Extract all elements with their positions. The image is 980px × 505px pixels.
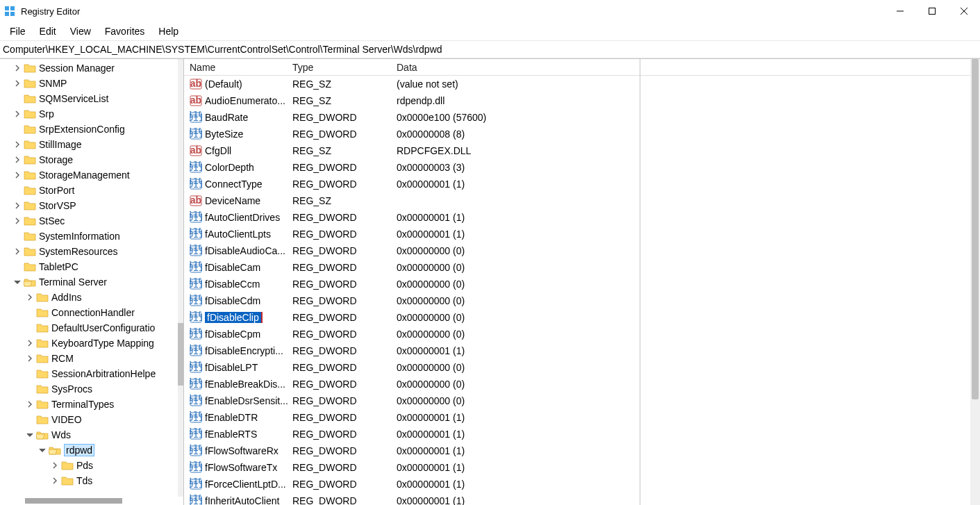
tree-node[interactable]: StorVSP	[0, 198, 178, 213]
tree-node[interactable]: Wds	[0, 427, 178, 442]
col-type-header[interactable]: Type	[292, 62, 397, 73]
chevron-down-icon[interactable]	[25, 430, 35, 440]
svg-text:ab: ab	[190, 94, 201, 106]
list-vertical-scrollbar[interactable]	[970, 59, 980, 505]
tree-node[interactable]: TerminalTypes	[0, 397, 178, 412]
menu-help[interactable]: Help	[151, 23, 185, 40]
chevron-down-icon[interactable]	[13, 277, 22, 287]
tree-node[interactable]: RCM	[0, 351, 178, 366]
value-type: REG_DWORD	[292, 395, 397, 406]
chevron-right-icon[interactable]	[25, 292, 35, 302]
chevron-right-icon[interactable]	[13, 216, 22, 226]
tree-label: Wds	[51, 429, 71, 440]
tree-node[interactable]: SysProcs	[0, 381, 178, 397]
tree-node[interactable]: StSec	[0, 213, 178, 229]
tree-pane: Session ManagerSNMPSQMServiceListSrpSrpE…	[0, 59, 184, 505]
folder-icon	[61, 461, 74, 470]
folder-icon	[36, 415, 49, 424]
value-name: fEnableBreakDis...	[205, 379, 292, 390]
chevron-right-icon[interactable]	[50, 476, 60, 486]
chevron-right-icon[interactable]	[13, 78, 22, 88]
tree-node[interactable]: Pds	[0, 458, 178, 473]
menu-edit[interactable]: Edit	[33, 23, 63, 40]
chevron-down-icon[interactable]	[38, 445, 47, 455]
tree-node[interactable]: Terminal Server	[0, 274, 178, 290]
tree-node[interactable]: Storage	[0, 152, 178, 167]
tree-node[interactable]: ConnectionHandler	[0, 305, 178, 320]
value-name: fEnableRTS	[205, 429, 292, 440]
menu-favorites[interactable]: Favorites	[98, 23, 152, 40]
tree-node[interactable]: KeyboardType Mapping	[0, 336, 178, 351]
dword-value-icon: 110011	[190, 361, 202, 374]
tree-node[interactable]: SNMP	[0, 76, 178, 91]
tree-node[interactable]: SrpExtensionConfig	[0, 122, 178, 137]
folder-icon	[36, 308, 49, 317]
minimize-button[interactable]	[884, 0, 916, 22]
chevron-right-icon[interactable]	[13, 247, 22, 256]
value-type: REG_DWORD	[292, 495, 397, 505]
tree-node[interactable]: rdpwd	[0, 442, 178, 458]
chevron-right-icon[interactable]	[25, 399, 35, 409]
tree-node[interactable]: SystemInformation	[0, 229, 178, 244]
tree-node[interactable]: Tds	[0, 473, 178, 488]
tree-node[interactable]: SQMServiceList	[0, 91, 178, 106]
value-name: fDisableCam	[205, 262, 292, 273]
tree[interactable]: Session ManagerSNMPSQMServiceListSrpSrpE…	[0, 59, 178, 488]
value-type: REG_DWORD	[292, 212, 397, 223]
maximize-button[interactable]	[916, 0, 948, 22]
tree-node[interactable]: Session Manager	[0, 60, 178, 76]
dword-value-icon: 110011	[190, 345, 202, 357]
folder-icon	[36, 354, 49, 363]
tree-spacer	[13, 262, 22, 272]
chevron-right-icon[interactable]	[13, 170, 22, 180]
tree-node[interactable]: StorageManagement	[0, 167, 178, 183]
menu-file[interactable]: File	[3, 23, 33, 40]
folder-icon	[24, 231, 36, 241]
tree-node[interactable]: SessionArbitrationHelpe	[0, 366, 178, 381]
scrollbar-thumb[interactable]	[972, 59, 979, 399]
scrollbar-thumb[interactable]	[178, 323, 183, 386]
tree-label: SystemResources	[39, 246, 118, 257]
chevron-right-icon[interactable]	[13, 201, 22, 210]
tree-label: StorageManagement	[39, 169, 130, 181]
tree-label: SysProcs	[51, 383, 92, 395]
titlebar: Registry Editor	[0, 0, 980, 22]
chevron-right-icon[interactable]	[13, 63, 22, 73]
chevron-right-icon[interactable]	[25, 338, 35, 348]
svg-text:011: 011	[190, 495, 202, 505]
tree-node[interactable]: StillImage	[0, 137, 178, 152]
menu-view[interactable]: View	[63, 23, 98, 40]
value-type: REG_DWORD	[292, 295, 397, 306]
chevron-right-icon[interactable]	[13, 140, 22, 149]
tree-node[interactable]: StorPort	[0, 183, 178, 198]
svg-text:011: 011	[190, 479, 202, 490]
chevron-right-icon[interactable]	[50, 461, 60, 470]
folder-icon	[24, 109, 36, 119]
chevron-right-icon[interactable]	[25, 354, 35, 363]
svg-text:011: 011	[190, 345, 202, 356]
tree-node[interactable]: Srp	[0, 106, 178, 122]
tree-horizontal-scrollbar[interactable]	[25, 498, 122, 504]
dword-value-icon: 110011	[190, 495, 202, 505]
tree-node[interactable]: TabletPC	[0, 259, 178, 274]
dword-value-icon: 110011	[190, 478, 202, 490]
tree-label: StSec	[39, 215, 65, 226]
dword-value-icon: 110011	[190, 228, 202, 240]
tree-label: StillImage	[39, 139, 81, 150]
dword-value-icon: 110011	[190, 278, 202, 290]
tree-node[interactable]: VIDEO	[0, 412, 178, 427]
tree-node[interactable]: SystemResources	[0, 244, 178, 259]
address-bar[interactable]: Computer\HKEY_LOCAL_MACHINE\SYSTEM\Curre…	[0, 40, 980, 58]
col-name-header[interactable]: Name	[190, 62, 292, 73]
chevron-right-icon[interactable]	[13, 155, 22, 165]
tree-node[interactable]: AddIns	[0, 290, 178, 305]
dword-value-icon: 110011	[190, 328, 202, 340]
chevron-right-icon[interactable]	[13, 109, 22, 119]
string-value-icon: ab	[190, 94, 202, 107]
tree-node[interactable]: DefaultUserConfiguratio	[0, 320, 178, 336]
tree-label: StorVSP	[39, 200, 76, 211]
close-button[interactable]	[948, 0, 980, 22]
value-type: REG_SZ	[292, 145, 397, 156]
tree-vertical-scrollbar[interactable]	[178, 59, 183, 497]
tree-spacer	[25, 308, 35, 317]
